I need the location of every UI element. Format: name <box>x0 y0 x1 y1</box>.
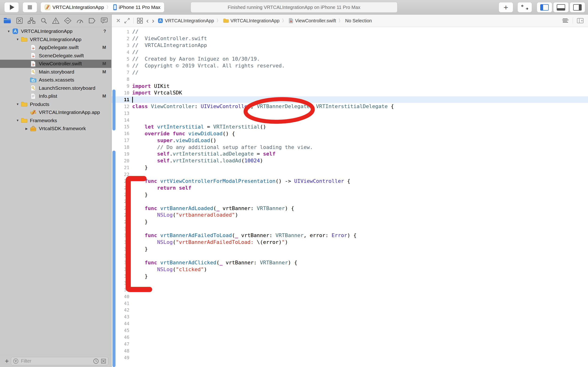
code-line-40[interactable]: 40 <box>112 293 588 300</box>
toggle-debug-area-button[interactable] <box>553 2 569 12</box>
toggle-navigator-button[interactable] <box>537 2 552 12</box>
code-line-37[interactable]: 37 } <box>112 273 588 280</box>
filter-field[interactable] <box>11 357 108 365</box>
toggle-inspector-button[interactable] <box>570 2 585 12</box>
code-line-34[interactable]: 34 <box>112 252 588 259</box>
filter-input[interactable] <box>20 358 91 364</box>
code-line-4[interactable]: 4// <box>112 49 588 55</box>
code-line-2[interactable]: 2// ViewController.swift <box>112 35 588 42</box>
code-line-27[interactable]: 27 func vrtBannerAdLoaded(_ vrtBanner: V… <box>112 205 588 212</box>
file-row-products[interactable]: ▼Products <box>0 100 111 108</box>
add-file-button[interactable]: + <box>3 358 11 365</box>
code-line-28[interactable]: 28 NSLog("vrtbanneradloaded") <box>112 212 588 218</box>
code-line-41[interactable]: 41 <box>112 300 588 307</box>
stop-button[interactable] <box>23 2 37 12</box>
code-line-3[interactable]: 3// VRTCALIntegrationApp <box>112 42 588 49</box>
recents-clock-icon[interactable] <box>93 358 99 364</box>
source-editor[interactable]: 1//2// ViewController.swift3// VRTCALInt… <box>112 27 588 367</box>
file-row-assets-xcassets[interactable]: Assets.xcassets <box>0 76 111 84</box>
code-line-35[interactable]: 35 func vrtBannerAdClicked(_ vrtBanner: … <box>112 259 588 266</box>
code-line-30[interactable]: 30 <box>112 225 588 232</box>
code-line-21[interactable]: 21 } <box>112 164 588 171</box>
code-line-12[interactable]: 12class ViewController: UIViewController… <box>112 103 588 110</box>
adjust-editor-options-icon[interactable] <box>562 18 569 23</box>
code-line-23[interactable]: 23 func vrtViewControllerForModalPresent… <box>112 178 588 184</box>
file-row-vrtcalintegrationapp-app[interactable]: VRTCALIntegrationApp.app <box>0 108 111 117</box>
scheme-selector[interactable]: VRTCALIntegrationApp 〉 iPhone 11 Pro Max <box>40 2 164 12</box>
report-navigator-icon[interactable] <box>100 17 108 24</box>
code-line-15[interactable]: 15 let vrtInterstitial = VRTInterstitial… <box>112 123 588 130</box>
code-line-47[interactable]: 47 <box>112 341 588 347</box>
project-navigator-icon[interactable] <box>3 17 11 24</box>
file-row-vrtcalsdk-framework[interactable]: ▶VrtcalSDK.framework <box>0 125 111 133</box>
code-line-38[interactable]: 38 <box>112 279 588 286</box>
breadcrumb-group[interactable]: VRTCALIntegrationApp <box>223 18 280 24</box>
code-line-19[interactable]: 19 self.vrtInterstitial.adDelegate = sel… <box>112 150 588 158</box>
disclosure-triangle[interactable]: ▼ <box>15 119 21 122</box>
disclosure-triangle[interactable]: ▼ <box>6 30 12 33</box>
breadcrumb-file[interactable]: ViewController.swift <box>289 18 336 24</box>
code-line-29[interactable]: 29 } <box>112 218 588 225</box>
disclosure-triangle[interactable]: ▼ <box>15 102 21 106</box>
code-line-36[interactable]: 36 NSLog("clicked") <box>112 266 588 273</box>
code-line-31[interactable]: 31 func vrtBannerAdFailedToLoad(_ vrtBan… <box>112 232 588 239</box>
disclosure-triangle[interactable]: ▶ <box>24 127 30 130</box>
find-navigator-icon[interactable] <box>40 17 47 24</box>
file-row-vrtcalintegrationapp[interactable]: ▼VRTCALIntegrationApp? <box>0 27 111 35</box>
code-line-46[interactable]: 46 <box>112 334 588 341</box>
code-line-45[interactable]: 45 <box>112 327 588 334</box>
close-editor-icon[interactable]: ✕ <box>116 17 121 24</box>
code-line-11[interactable]: 11 <box>112 96 588 103</box>
code-line-10[interactable]: 10import VrtcalSDK <box>112 90 588 96</box>
breadcrumb-selection[interactable]: No Selection <box>345 18 372 24</box>
code-line-7[interactable]: 7// <box>112 69 588 76</box>
file-row-scenedelegate-swift[interactable]: SceneDelegate.swift <box>0 52 111 60</box>
file-row-main-storyboard[interactable]: Main.storyboardM <box>0 68 111 76</box>
file-row-vrtcalintegrationapp[interactable]: ▼VRTCALIntegrationApp <box>0 35 111 44</box>
code-line-39[interactable]: 39 <box>112 286 588 293</box>
code-line-43[interactable]: 43 <box>112 313 588 320</box>
file-row-frameworks[interactable]: ▼Frameworks <box>0 117 111 125</box>
file-row-viewcontroller-swift[interactable]: ViewController.swiftM <box>0 60 111 68</box>
code-line-20[interactable]: 20 self.vrtInterstitial.loadAd(10024) <box>112 157 588 164</box>
breakpoint-navigator-icon[interactable] <box>88 17 96 24</box>
code-line-16[interactable]: 16 override func viewDidLoad() { <box>112 130 588 137</box>
code-line-25[interactable]: 25 } <box>112 191 588 198</box>
library-button[interactable]: + <box>499 2 513 12</box>
code-line-24[interactable]: 24 return self <box>112 184 588 191</box>
code-line-17[interactable]: 17 super.viewDidLoad() <box>112 137 588 144</box>
test-navigator-icon[interactable] <box>64 17 71 24</box>
disclosure-triangle[interactable]: ▼ <box>15 38 21 41</box>
file-row-info-plist[interactable]: Info.plistM <box>0 92 111 100</box>
code-review-button[interactable] <box>518 2 532 12</box>
focus-editor-icon[interactable] <box>124 18 130 24</box>
run-button[interactable] <box>4 2 19 12</box>
code-line-48[interactable]: 48 <box>112 347 588 354</box>
related-items-icon[interactable] <box>137 18 143 24</box>
code-line-13[interactable]: 13 <box>112 110 588 117</box>
code-line-22[interactable]: 22 <box>112 171 588 178</box>
back-button[interactable]: ‹ <box>146 18 149 23</box>
code-line-8[interactable]: 8 <box>112 76 588 83</box>
symbol-navigator-icon[interactable] <box>27 17 35 24</box>
forward-button[interactable]: › <box>152 18 154 23</box>
code-line-18[interactable]: 18 // Do any additional setup after load… <box>112 144 588 150</box>
code-line-44[interactable]: 44 <box>112 320 588 327</box>
source-control-navigator-icon[interactable] <box>16 17 23 24</box>
debug-navigator-icon[interactable] <box>76 17 84 24</box>
code-line-14[interactable]: 14 <box>112 117 588 123</box>
code-line-42[interactable]: 42 <box>112 307 588 313</box>
code-line-26[interactable]: 26 <box>112 198 588 205</box>
file-row-launchscreen-storyboard[interactable]: LaunchScreen.storyboard <box>0 84 111 92</box>
issue-navigator-icon[interactable] <box>52 17 60 24</box>
file-row-appdelegate-swift[interactable]: AppDelegate.swiftM <box>0 43 111 52</box>
add-editor-icon[interactable] <box>577 18 584 24</box>
code-line-9[interactable]: 9import UIKit <box>112 83 588 90</box>
code-line-5[interactable]: 5// Created by Aaron Iniguez on 10/30/19… <box>112 55 588 62</box>
code-line-6[interactable]: 6// Copyright © 2019 Vrtcal. All rights … <box>112 62 588 69</box>
code-line-1[interactable]: 1// <box>112 28 588 35</box>
breadcrumb-project[interactable]: VRTCALIntegrationApp <box>158 18 214 24</box>
source-control-filter-icon[interactable] <box>101 358 106 364</box>
code-line-49[interactable]: 49 <box>112 354 588 361</box>
code-line-33[interactable]: 33 } <box>112 246 588 252</box>
